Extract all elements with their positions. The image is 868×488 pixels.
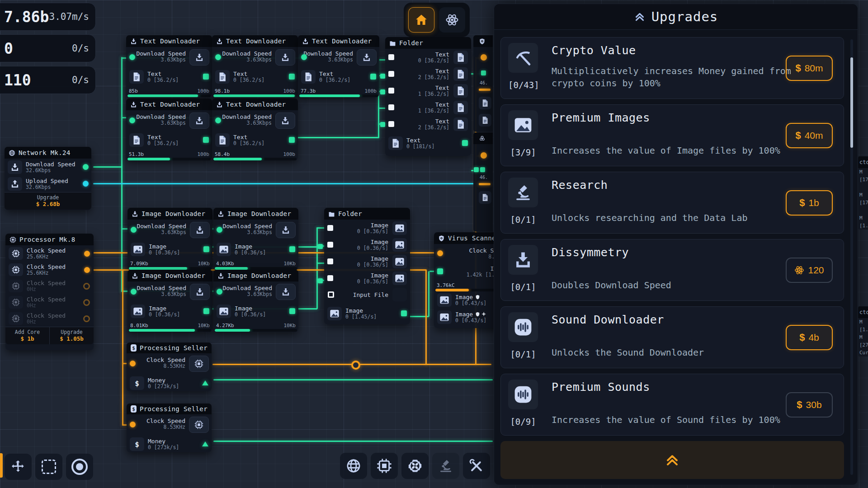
input-port[interactable] — [388, 71, 394, 77]
node-image-downloader[interactable]: Image DownloaderDownload Speed3.63KbpsIm… — [127, 270, 212, 332]
download-boost-button[interactable] — [190, 284, 210, 300]
input-port[interactable] — [388, 88, 394, 94]
output-port[interactable] — [84, 267, 90, 273]
output-port[interactable] — [203, 74, 209, 80]
port-connector[interactable] — [380, 74, 385, 79]
footer-upgrade-button[interactable]: Upgrade$ 1.05b — [49, 327, 94, 344]
input-port[interactable] — [388, 54, 394, 60]
node-folder[interactable]: FolderText0 [36.2/s]Text2 [36.2/s]Text1 … — [385, 37, 471, 156]
node-text-downloader[interactable]: Text DownloaderDownload Speed3.63KbpsTex… — [298, 35, 379, 97]
output-port[interactable] — [289, 137, 295, 143]
input-port[interactable] — [131, 227, 137, 233]
node-processor-mk-8[interactable]: Processor Mk.8Clock Speed25.6KHzClock Sp… — [5, 234, 94, 350]
output-port[interactable] — [370, 74, 376, 80]
input-port[interactable] — [301, 54, 307, 60]
output-port[interactable] — [83, 181, 89, 187]
input-port[interactable] — [327, 225, 333, 231]
output-port[interactable] — [203, 137, 209, 143]
input-file-port[interactable] — [328, 291, 334, 298]
cpu-boost-button[interactable] — [189, 356, 209, 372]
download-boost-button[interactable] — [357, 49, 377, 66]
port-connector[interactable] — [480, 167, 485, 172]
upgrade-buy-button[interactable]: 120 — [786, 258, 833, 283]
scrollbar-thumb[interactable] — [850, 57, 853, 148]
input-port[interactable] — [327, 275, 333, 281]
input-port[interactable] — [130, 422, 136, 427]
port-connector[interactable] — [318, 244, 323, 249]
footer-upgrade-button[interactable]: Upgrade$ 2.68b — [5, 192, 91, 210]
footer-add-core-button[interactable]: Add Core$ 1b — [5, 327, 49, 344]
upgrade-buy-button[interactable]: $30b — [786, 392, 833, 418]
panel-scrollbar[interactable] — [850, 39, 853, 475]
fan-tab-button[interactable] — [401, 453, 429, 479]
input-port[interactable] — [130, 361, 136, 366]
node-image-downloader[interactable]: Image DownloaderDownload Speed3.63KbpsIm… — [127, 208, 212, 270]
node-folder[interactable]: FolderImage0 [0.36/s]Image0 [0.36/s]Imag… — [324, 208, 410, 324]
node-processing-seller[interactable]: $Processing SellerClock Speed8.53KHz$Mon… — [127, 343, 212, 391]
marquee-tool-button[interactable] — [35, 454, 62, 480]
output-port[interactable] — [203, 246, 209, 252]
port-connector[interactable] — [481, 152, 487, 159]
node-text-downloader[interactable]: Text DownloaderDownload Speed3.63KbpsTex… — [212, 35, 298, 97]
port-connector[interactable] — [481, 70, 486, 75]
input-port[interactable] — [217, 289, 222, 295]
output-port[interactable] — [289, 246, 295, 252]
input-port[interactable] — [327, 242, 333, 248]
micro-tab-button[interactable] — [432, 453, 459, 479]
input-port[interactable] — [129, 54, 135, 60]
output-port[interactable] — [84, 251, 90, 257]
node-image-downloader[interactable]: Image DownloaderDownload Speed3.63KbpsIm… — [213, 208, 298, 270]
upgrade-buy-button[interactable]: $40m — [786, 123, 833, 148]
cpu-tab-button[interactable] — [371, 453, 398, 479]
tools-tab-button[interactable] — [463, 453, 490, 479]
node-text-downloader[interactable]: Text DownloaderDownload Speed3.63KbpsTex… — [126, 99, 212, 160]
target-tool-button[interactable] — [66, 454, 93, 480]
node-processing-seller[interactable]: $Processing SellerClock Speed8.53KHz$Mon… — [127, 404, 212, 452]
output-port[interactable] — [83, 164, 89, 170]
input-port[interactable] — [437, 268, 443, 274]
input-port[interactable] — [217, 227, 222, 233]
input-port[interactable] — [388, 121, 394, 127]
port-connector[interactable] — [380, 122, 385, 127]
input-port[interactable] — [327, 258, 333, 264]
output-port[interactable] — [83, 283, 90, 290]
upgrade-buy-button[interactable]: $80m — [786, 56, 833, 81]
node-text-downloader[interactable]: Text DownloaderDownload Speed3.63KbpsTex… — [212, 99, 298, 160]
upgrade-buy-button[interactable]: $1b — [786, 190, 833, 216]
download-boost-button[interactable] — [275, 49, 295, 66]
download-boost-button[interactable] — [189, 49, 209, 66]
move-tool-button[interactable] — [5, 454, 32, 480]
download-boost-button[interactable] — [190, 222, 210, 238]
globe-tab-button[interactable] — [340, 453, 367, 479]
home-button[interactable] — [408, 7, 434, 33]
input-port[interactable] — [437, 250, 443, 256]
download-boost-button[interactable] — [276, 284, 296, 300]
port-connector[interactable] — [318, 278, 323, 283]
download-boost-button[interactable] — [189, 113, 209, 129]
output-port[interactable] — [83, 315, 90, 322]
port-connector[interactable] — [380, 89, 385, 94]
input-port[interactable] — [129, 117, 135, 123]
input-port[interactable] — [131, 289, 137, 295]
cpu-boost-button[interactable] — [189, 417, 209, 433]
node-network-mk-24[interactable]: Network Mk.24Download Speed32.6KbpsUploa… — [5, 147, 91, 210]
output-port[interactable] — [83, 299, 90, 306]
port-connector[interactable] — [474, 167, 479, 172]
output-port[interactable] — [462, 140, 468, 146]
upgrade-buy-button[interactable]: $4b — [786, 325, 833, 350]
node-text-downloader[interactable]: Text DownloaderDownload Speed3.63KbpsTex… — [126, 35, 212, 97]
output-port[interactable] — [289, 74, 295, 80]
node-image-downloader[interactable]: Image DownloaderDownload Speed3.63KbpsIm… — [213, 270, 298, 332]
download-boost-button[interactable] — [275, 113, 295, 129]
output-port[interactable] — [289, 308, 295, 314]
download-boost-button[interactable] — [276, 222, 296, 238]
input-port[interactable] — [388, 104, 394, 110]
port-connector[interactable] — [481, 54, 487, 61]
collapse-upgrades-button[interactable] — [500, 441, 844, 479]
output-port[interactable] — [202, 441, 208, 446]
input-port[interactable] — [215, 54, 221, 60]
output-port[interactable] — [401, 310, 407, 316]
atom-button[interactable] — [439, 7, 465, 33]
output-port[interactable] — [203, 308, 209, 314]
output-port[interactable] — [202, 380, 208, 385]
